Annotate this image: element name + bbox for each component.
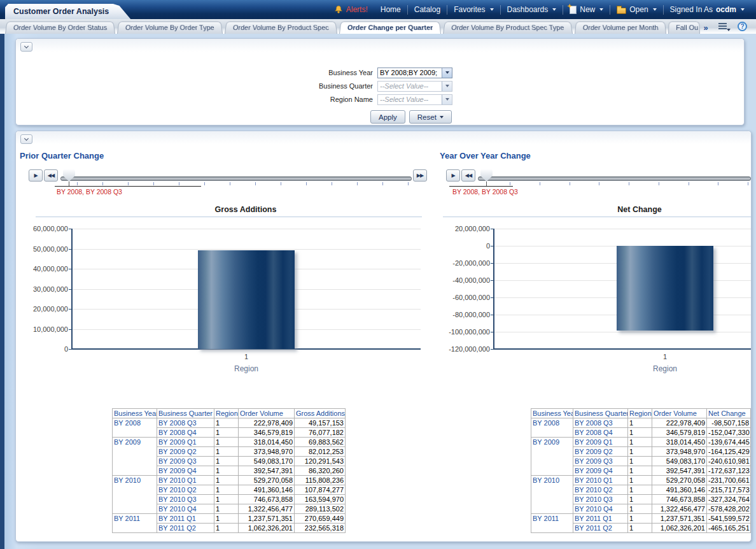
year-link[interactable]: BY 2009 (113, 438, 157, 476)
slider-track[interactable] (60, 176, 412, 181)
alerts-link[interactable]: Alerts! (328, 5, 374, 14)
measure-cell: 232,565,318 (295, 524, 346, 533)
quarter-link[interactable]: BY 2010 Q4 (157, 504, 214, 514)
slider-play-button[interactable]: ▶ (446, 169, 460, 182)
y-axis-tick-label: 30,000,000 (33, 285, 68, 293)
signed-in-menu[interactable]: Signed In As ocdm (664, 5, 751, 14)
region-cell: 1 (214, 438, 239, 447)
measure-cell: 107,874,277 (295, 485, 346, 495)
y-axis-tick-label: -60,000,000 (452, 294, 490, 301)
quarter-link[interactable]: BY 2010 Q1 (157, 476, 214, 485)
dashboard-title: Customer Order Analysis (13, 7, 109, 16)
slider-forward-button[interactable]: ▶▶ (413, 169, 427, 182)
quarter-link[interactable]: BY 2009 Q1 (157, 438, 214, 447)
quarter-link[interactable]: BY 2011 Q1 (157, 514, 214, 524)
column-header-business-quarter: Business Quarter (573, 409, 628, 418)
quarter-link[interactable]: BY 2011 Q2 (573, 524, 628, 533)
y-axis-tick-label: -120,000,000 (449, 345, 490, 353)
tab-fall-ou[interactable]: Fall Ou (668, 22, 700, 34)
quarter-link[interactable]: BY 2009 Q4 (573, 466, 628, 476)
year-link[interactable]: BY 2011 (531, 514, 573, 533)
y-axis-tick-label: 40,000,000 (33, 265, 68, 273)
slider-track[interactable] (478, 176, 751, 181)
year-link[interactable]: BY 2010 (531, 476, 573, 514)
open-folder-icon (617, 8, 626, 14)
quarter-link[interactable]: BY 2011 Q1 (573, 514, 628, 524)
apply-button[interactable]: Apply (370, 110, 405, 124)
quarter-link[interactable]: BY 2010 Q2 (157, 485, 214, 495)
menu-item-favorites[interactable]: Favorites (447, 5, 500, 14)
slider-tick (599, 182, 599, 185)
slider-rewind-button[interactable]: ◀◀ (461, 169, 475, 182)
slider-tick (689, 182, 689, 185)
quarter-link[interactable]: BY 2011 Q2 (157, 524, 214, 533)
measure-cell: 115,808,236 (295, 476, 346, 485)
tab-order-volume-by-order-type[interactable]: Order Volume By Order Type (117, 22, 223, 34)
quarter-link[interactable]: BY 2009 Q2 (157, 447, 214, 457)
quarter-link[interactable]: BY 2010 Q4 (573, 504, 628, 514)
dashboard-title-tab[interactable]: Customer Order Analysis (5, 4, 130, 19)
slider-tick (357, 182, 358, 185)
measure-cell: -240,610,981 (707, 457, 751, 466)
pivot-table-gross-additions: Business YearBusiness QuarterRegionOrder… (112, 408, 346, 533)
x-category-label: 1 (244, 353, 248, 360)
tab-order-volume-by-product-spec-type[interactable]: Order Volume By Product Spec Type (443, 22, 573, 34)
column-header-order-volume: Order Volume (652, 409, 707, 418)
order-volume-cell: 549,083,170 (652, 457, 707, 466)
quarter-link[interactable]: BY 2008 Q4 (157, 428, 214, 438)
reset-button[interactable]: Reset (409, 110, 452, 124)
table-header-row: Business YearBusiness QuarterRegionOrder… (531, 409, 751, 418)
help-icon[interactable]: ? (738, 22, 747, 31)
y-axis-tick-label: -40,000,000 (452, 276, 490, 284)
quarter-link[interactable]: BY 2008 Q3 (573, 418, 628, 428)
menu-item-new[interactable]: New (563, 5, 610, 14)
tab-order-volume-by-order-status[interactable]: Order Volume By Order Status (5, 22, 115, 34)
quarter-link[interactable]: BY 2008 Q4 (573, 428, 628, 438)
slider-play-button[interactable]: ▶ (29, 169, 43, 182)
quarter-link[interactable]: BY 2009 Q2 (573, 447, 628, 457)
region-cell: 1 (628, 476, 652, 485)
tab-overflow-chevron-icon[interactable]: » (703, 23, 708, 32)
y-axis-tick-label: -20,000,000 (452, 259, 490, 267)
quarter-link[interactable]: BY 2009 Q3 (573, 457, 628, 466)
section-title-prior-quarter-change: Prior Quarter Change (20, 151, 104, 160)
chart-title: Gross Additions (215, 205, 277, 214)
year-link[interactable]: BY 2009 (531, 438, 573, 476)
bar-net-change-1[interactable] (617, 246, 713, 331)
year-link[interactable]: BY 2008 (531, 418, 573, 438)
gridline (494, 332, 752, 332)
year-link[interactable]: BY 2011 (113, 514, 157, 533)
year-link[interactable]: BY 2008 (113, 418, 157, 438)
tab-order-volume-per-month[interactable]: Order Volume per Month (575, 22, 666, 34)
quarter-link[interactable]: BY 2010 Q3 (157, 495, 214, 504)
tab-order-change-per-quarter[interactable]: Order Change per Quarter (339, 22, 441, 34)
measure-cell: 82,012,253 (295, 447, 346, 457)
filter-buttons: Apply Reset (370, 110, 452, 124)
slider-tick (629, 182, 629, 185)
quarter-link[interactable]: BY 2010 Q1 (573, 476, 628, 485)
order-volume-cell: 746,673,858 (239, 495, 295, 504)
business-year-select[interactable]: BY 2008;BY 2009; (377, 68, 452, 78)
quarter-link[interactable]: BY 2010 Q3 (573, 495, 628, 504)
collapse-report-panel-button[interactable] (20, 134, 32, 144)
quarter-link[interactable]: BY 2008 Q3 (157, 418, 214, 428)
page-options-icon[interactable] (718, 22, 730, 31)
dropdown-arrow-icon[interactable] (442, 68, 452, 78)
menu-item-catalog[interactable]: Catalog (408, 5, 447, 14)
measure-cell: -98,507,158 (707, 418, 751, 428)
gridline (72, 249, 421, 250)
region-cell: 1 (214, 504, 239, 514)
menu-item-dashboards[interactable]: Dashboards (501, 5, 563, 14)
quarter-link[interactable]: BY 2009 Q3 (157, 457, 214, 466)
filter-row-business-quarter: Business Quarter--Select Value-- (16, 80, 452, 92)
collapse-filter-panel-button[interactable] (20, 42, 32, 52)
slider-rewind-button[interactable]: ◀◀ (44, 169, 58, 182)
menu-item-home[interactable]: Home (374, 5, 407, 14)
year-link[interactable]: BY 2010 (113, 476, 157, 514)
bar-gross-additions-1[interactable] (198, 250, 295, 349)
quarter-link[interactable]: BY 2009 Q4 (157, 466, 214, 476)
menu-item-open[interactable]: Open (610, 5, 662, 14)
quarter-link[interactable]: BY 2009 Q1 (573, 438, 628, 447)
quarter-link[interactable]: BY 2010 Q2 (573, 485, 628, 495)
tab-order-volume-by-product-spec[interactable]: Order Volume By Product Spec (225, 22, 337, 34)
